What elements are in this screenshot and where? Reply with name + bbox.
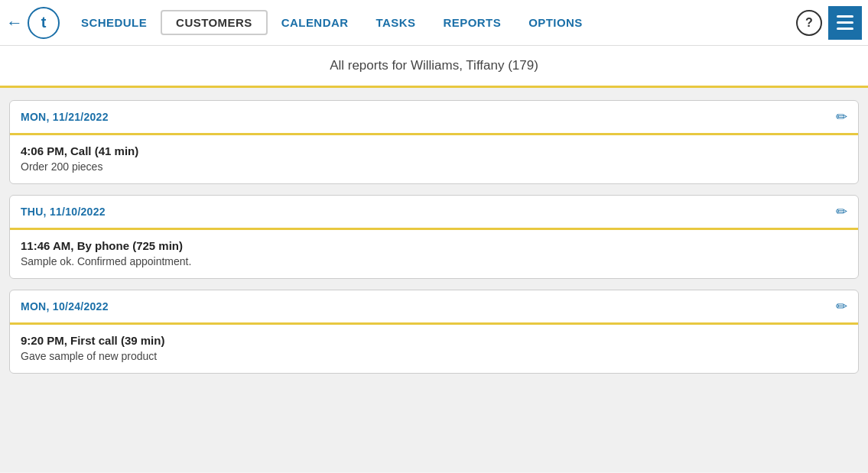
logo-letter: t bbox=[41, 14, 47, 31]
report-body: 4:06 PM, Call (41 min) Order 200 pieces bbox=[10, 135, 858, 183]
menu-bar-2 bbox=[837, 21, 853, 24]
report-card-header: THU, 11/10/2022 ✏ bbox=[10, 196, 858, 230]
menu-button[interactable] bbox=[828, 6, 862, 40]
report-time-type: 11:46 AM, By phone (725 min) bbox=[21, 239, 847, 252]
nav-right: ? bbox=[796, 6, 862, 40]
report-card-header: MON, 11/21/2022 ✏ bbox=[10, 101, 858, 135]
report-notes: Order 200 pieces bbox=[21, 160, 847, 173]
edit-icon[interactable]: ✏ bbox=[836, 298, 847, 315]
report-card: MON, 11/21/2022 ✏ 4:06 PM, Call (41 min)… bbox=[9, 100, 859, 184]
edit-icon[interactable]: ✏ bbox=[836, 109, 847, 125]
report-notes: Gave sample of new product bbox=[21, 350, 847, 362]
nav-item-reports[interactable]: REPORTS bbox=[429, 11, 515, 34]
edit-icon[interactable]: ✏ bbox=[836, 203, 847, 220]
page-title-bar: All reports for Williams, Tiffany (179) bbox=[0, 46, 868, 88]
nav-items: SCHEDULECUSTOMERSCALENDARTASKSREPORTSOPT… bbox=[67, 10, 796, 35]
main-content: MON, 11/21/2022 ✏ 4:06 PM, Call (41 min)… bbox=[0, 88, 868, 472]
page-title: All reports for Williams, Tiffany (179) bbox=[330, 58, 538, 73]
menu-bar-1 bbox=[837, 15, 853, 18]
report-date: MON, 10/24/2022 bbox=[21, 300, 109, 313]
report-time-type: 9:20 PM, First call (39 min) bbox=[21, 334, 847, 347]
report-body: 11:46 AM, By phone (725 min) Sample ok. … bbox=[10, 230, 858, 278]
logo: t bbox=[28, 7, 60, 39]
nav-item-tasks[interactable]: TASKS bbox=[362, 11, 430, 34]
navbar: ← t SCHEDULECUSTOMERSCALENDARTASKSREPORT… bbox=[0, 0, 868, 46]
back-button[interactable]: ← bbox=[6, 15, 23, 31]
report-notes: Sample ok. Confirmed appointment. bbox=[21, 255, 847, 267]
report-time-type: 4:06 PM, Call (41 min) bbox=[21, 144, 847, 157]
menu-bar-3 bbox=[837, 28, 853, 30]
report-card: THU, 11/10/2022 ✏ 11:46 AM, By phone (72… bbox=[9, 195, 859, 279]
report-date: THU, 11/10/2022 bbox=[21, 206, 106, 218]
nav-item-calendar[interactable]: CALENDAR bbox=[268, 11, 362, 34]
report-body: 9:20 PM, First call (39 min) Gave sample… bbox=[10, 325, 858, 373]
help-button[interactable]: ? bbox=[796, 10, 822, 36]
report-card: MON, 10/24/2022 ✏ 9:20 PM, First call (3… bbox=[9, 290, 859, 374]
report-card-header: MON, 10/24/2022 ✏ bbox=[10, 290, 858, 325]
help-label: ? bbox=[805, 16, 813, 30]
nav-item-customers[interactable]: CUSTOMERS bbox=[161, 10, 268, 35]
report-date: MON, 11/21/2022 bbox=[21, 111, 109, 123]
nav-item-schedule[interactable]: SCHEDULE bbox=[67, 11, 161, 34]
nav-item-options[interactable]: OPTIONS bbox=[515, 11, 597, 34]
